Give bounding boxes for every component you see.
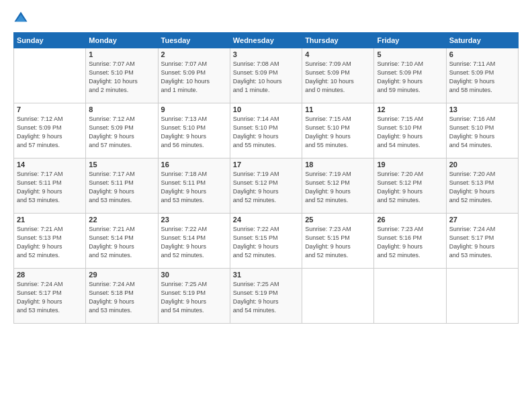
day-number: 31 (233, 271, 299, 279)
day-number: 6 (449, 50, 515, 58)
column-header-friday: Friday (374, 33, 446, 48)
day-info: Sunrise: 7:07 AMSunset: 5:09 PMDaylight:… (161, 60, 227, 95)
day-number: 14 (17, 161, 83, 169)
day-cell: 7Sunrise: 7:12 AMSunset: 5:09 PMDaylight… (14, 103, 86, 158)
day-info: Sunrise: 7:12 AMSunset: 5:09 PMDaylight:… (17, 115, 83, 150)
day-number: 16 (161, 161, 227, 169)
day-info: Sunrise: 7:11 AMSunset: 5:09 PMDaylight:… (449, 60, 515, 95)
day-cell: 19Sunrise: 7:20 AMSunset: 5:12 PMDayligh… (374, 158, 446, 214)
header-row: SundayMondayTuesdayWednesdayThursdayFrid… (14, 33, 519, 48)
page: SundayMondayTuesdayWednesdayThursdayFrid… (0, 0, 532, 411)
day-number: 20 (449, 161, 515, 169)
day-cell: 22Sunrise: 7:21 AMSunset: 5:14 PMDayligh… (86, 214, 158, 269)
week-row-5: 28Sunrise: 7:24 AMSunset: 5:17 PMDayligh… (14, 269, 519, 324)
day-cell: 4Sunrise: 7:09 AMSunset: 5:09 PMDaylight… (302, 48, 374, 103)
day-cell: 26Sunrise: 7:23 AMSunset: 5:16 PMDayligh… (374, 214, 446, 269)
day-info: Sunrise: 7:22 AMSunset: 5:15 PMDaylight:… (233, 225, 299, 260)
day-cell: 14Sunrise: 7:17 AMSunset: 5:11 PMDayligh… (14, 158, 86, 214)
day-cell: 29Sunrise: 7:24 AMSunset: 5:18 PMDayligh… (86, 269, 158, 324)
week-row-2: 7Sunrise: 7:12 AMSunset: 5:09 PMDaylight… (14, 103, 519, 158)
week-row-1: 1Sunrise: 7:07 AMSunset: 5:10 PMDaylight… (14, 48, 519, 103)
day-number: 9 (161, 105, 227, 113)
day-number: 15 (89, 161, 154, 169)
day-number: 12 (377, 105, 443, 113)
day-info: Sunrise: 7:17 AMSunset: 5:11 PMDaylight:… (89, 170, 154, 205)
column-header-saturday: Saturday (446, 33, 518, 48)
day-info: Sunrise: 7:10 AMSunset: 5:09 PMDaylight:… (377, 60, 443, 95)
day-number: 7 (17, 105, 83, 113)
header (13, 11, 519, 26)
day-number: 30 (161, 271, 227, 279)
day-info: Sunrise: 7:18 AMSunset: 5:11 PMDaylight:… (161, 170, 227, 205)
day-cell: 16Sunrise: 7:18 AMSunset: 5:11 PMDayligh… (158, 158, 230, 214)
day-info: Sunrise: 7:19 AMSunset: 5:12 PMDaylight:… (233, 170, 299, 205)
day-cell: 15Sunrise: 7:17 AMSunset: 5:11 PMDayligh… (86, 158, 158, 214)
day-number: 18 (305, 161, 371, 169)
day-cell (446, 269, 518, 324)
day-info: Sunrise: 7:22 AMSunset: 5:14 PMDaylight:… (161, 225, 227, 260)
day-cell: 23Sunrise: 7:22 AMSunset: 5:14 PMDayligh… (158, 214, 230, 269)
calendar-table: SundayMondayTuesdayWednesdayThursdayFrid… (13, 32, 519, 324)
day-info: Sunrise: 7:07 AMSunset: 5:10 PMDaylight:… (89, 60, 154, 95)
day-number: 25 (305, 216, 371, 224)
day-number: 17 (233, 161, 299, 169)
day-cell: 30Sunrise: 7:25 AMSunset: 5:19 PMDayligh… (158, 269, 230, 324)
day-info: Sunrise: 7:24 AMSunset: 5:17 PMDaylight:… (449, 225, 515, 260)
day-info: Sunrise: 7:25 AMSunset: 5:19 PMDaylight:… (161, 280, 227, 315)
day-cell: 6Sunrise: 7:11 AMSunset: 5:09 PMDaylight… (446, 48, 518, 103)
day-cell (14, 48, 86, 103)
day-info: Sunrise: 7:09 AMSunset: 5:09 PMDaylight:… (305, 60, 371, 95)
day-number: 29 (89, 271, 154, 279)
day-number: 3 (233, 50, 299, 58)
logo-icon (13, 11, 28, 26)
day-cell (374, 269, 446, 324)
column-header-monday: Monday (86, 33, 158, 48)
day-number: 8 (89, 105, 154, 113)
day-info: Sunrise: 7:23 AMSunset: 5:16 PMDaylight:… (377, 225, 443, 260)
day-info: Sunrise: 7:15 AMSunset: 5:10 PMDaylight:… (305, 115, 371, 150)
day-info: Sunrise: 7:08 AMSunset: 5:09 PMDaylight:… (233, 60, 299, 95)
day-number: 23 (161, 216, 227, 224)
day-cell: 18Sunrise: 7:19 AMSunset: 5:12 PMDayligh… (302, 158, 374, 214)
day-cell: 9Sunrise: 7:13 AMSunset: 5:10 PMDaylight… (158, 103, 230, 158)
day-info: Sunrise: 7:12 AMSunset: 5:09 PMDaylight:… (89, 115, 154, 150)
column-header-sunday: Sunday (14, 33, 86, 48)
day-number: 24 (233, 216, 299, 224)
day-cell: 12Sunrise: 7:15 AMSunset: 5:10 PMDayligh… (374, 103, 446, 158)
day-cell: 27Sunrise: 7:24 AMSunset: 5:17 PMDayligh… (446, 214, 518, 269)
day-info: Sunrise: 7:24 AMSunset: 5:17 PMDaylight:… (17, 280, 83, 315)
day-number: 26 (377, 216, 443, 224)
day-number: 13 (449, 105, 515, 113)
week-row-3: 14Sunrise: 7:17 AMSunset: 5:11 PMDayligh… (14, 158, 519, 214)
day-info: Sunrise: 7:25 AMSunset: 5:19 PMDaylight:… (233, 280, 299, 315)
day-info: Sunrise: 7:20 AMSunset: 5:12 PMDaylight:… (377, 170, 443, 205)
day-cell: 3Sunrise: 7:08 AMSunset: 5:09 PMDaylight… (230, 48, 302, 103)
column-header-thursday: Thursday (302, 33, 374, 48)
day-number: 21 (17, 216, 83, 224)
day-cell: 1Sunrise: 7:07 AMSunset: 5:10 PMDaylight… (86, 48, 158, 103)
day-cell (302, 269, 374, 324)
day-cell: 5Sunrise: 7:10 AMSunset: 5:09 PMDaylight… (374, 48, 446, 103)
calendar-header: SundayMondayTuesdayWednesdayThursdayFrid… (14, 33, 519, 48)
day-info: Sunrise: 7:24 AMSunset: 5:18 PMDaylight:… (89, 280, 154, 315)
day-number: 10 (233, 105, 299, 113)
day-number: 2 (161, 50, 227, 58)
day-cell: 24Sunrise: 7:22 AMSunset: 5:15 PMDayligh… (230, 214, 302, 269)
day-number: 11 (305, 105, 371, 113)
day-info: Sunrise: 7:16 AMSunset: 5:10 PMDaylight:… (449, 115, 515, 150)
day-cell: 10Sunrise: 7:14 AMSunset: 5:10 PMDayligh… (230, 103, 302, 158)
day-cell: 17Sunrise: 7:19 AMSunset: 5:12 PMDayligh… (230, 158, 302, 214)
day-cell: 21Sunrise: 7:21 AMSunset: 5:13 PMDayligh… (14, 214, 86, 269)
day-cell: 28Sunrise: 7:24 AMSunset: 5:17 PMDayligh… (14, 269, 86, 324)
day-cell: 2Sunrise: 7:07 AMSunset: 5:09 PMDaylight… (158, 48, 230, 103)
day-info: Sunrise: 7:13 AMSunset: 5:10 PMDaylight:… (161, 115, 227, 150)
column-header-tuesday: Tuesday (158, 33, 230, 48)
calendar-body: 1Sunrise: 7:07 AMSunset: 5:10 PMDaylight… (14, 48, 519, 324)
day-cell: 8Sunrise: 7:12 AMSunset: 5:09 PMDaylight… (86, 103, 158, 158)
day-info: Sunrise: 7:14 AMSunset: 5:10 PMDaylight:… (233, 115, 299, 150)
day-cell: 20Sunrise: 7:20 AMSunset: 5:13 PMDayligh… (446, 158, 518, 214)
day-number: 1 (89, 50, 154, 58)
day-cell: 25Sunrise: 7:23 AMSunset: 5:15 PMDayligh… (302, 214, 374, 269)
column-header-wednesday: Wednesday (230, 33, 302, 48)
day-info: Sunrise: 7:15 AMSunset: 5:10 PMDaylight:… (377, 115, 443, 150)
